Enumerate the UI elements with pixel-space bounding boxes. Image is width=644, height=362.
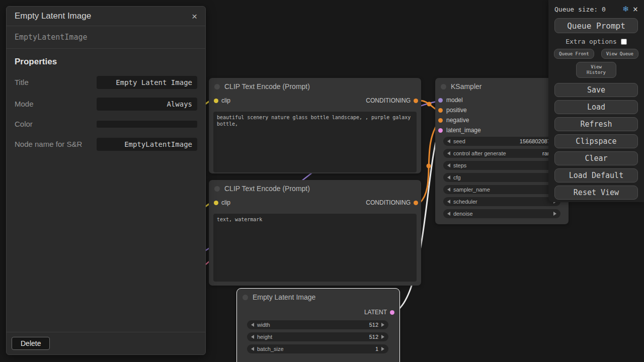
node-title-bar[interactable]: CLIP Text Encode (Prompt) <box>209 180 421 197</box>
decrement-arrow-icon[interactable] <box>447 200 450 204</box>
widget-label: width <box>257 322 270 328</box>
widget-value: 512 <box>369 322 378 328</box>
decrement-arrow-icon[interactable] <box>447 163 450 167</box>
batch-size-widget[interactable]: batch_size 1 <box>247 344 388 353</box>
queue-front-button[interactable]: Queue Front <box>554 49 594 59</box>
reset-view-button[interactable]: Reset View <box>554 186 638 200</box>
control-after-generate-widget[interactable]: control after generate ran <box>443 149 560 158</box>
view-history-button[interactable]: View History <box>576 62 616 78</box>
save-button[interactable]: Save <box>554 83 638 97</box>
decrement-arrow-icon[interactable] <box>447 212 450 216</box>
latent-image-input-label: latent_image <box>446 127 481 134</box>
widget-label: seed <box>453 138 465 144</box>
latent-image-input-port[interactable] <box>438 128 443 133</box>
refresh-button[interactable]: Refresh <box>554 117 638 131</box>
node-clip-text-encode-positive[interactable]: CLIP Text Encode (Prompt) clip CONDITION… <box>209 78 421 173</box>
extra-options-checkbox[interactable] <box>621 39 627 45</box>
widget-label: scheduler <box>453 199 477 205</box>
decrement-arrow-icon[interactable] <box>447 139 450 143</box>
model-input-label: model <box>446 97 463 104</box>
clip-input-port[interactable] <box>214 201 218 205</box>
widget-label: steps <box>453 162 466 168</box>
queue-prompt-button[interactable]: Queue Prompt <box>554 18 638 33</box>
decrement-arrow-icon[interactable] <box>251 323 254 327</box>
decrement-arrow-icon[interactable] <box>251 335 254 339</box>
widget-label: denoise <box>453 211 473 217</box>
height-widget[interactable]: height 512 <box>247 332 388 341</box>
delete-button[interactable]: Delete <box>12 337 50 350</box>
increment-arrow-icon[interactable] <box>381 347 384 351</box>
prompt-textarea[interactable]: beautiful scenery nature glass bottle la… <box>213 112 417 172</box>
steps-widget[interactable]: steps <box>443 161 560 170</box>
link-midpoint-dot <box>427 102 432 107</box>
color-field-label: Color <box>15 119 94 129</box>
widget-value: 512 <box>369 334 378 340</box>
clip-input-label: clip <box>221 199 230 206</box>
scheduler-widget[interactable]: scheduler <box>443 197 560 206</box>
close-icon[interactable]: × <box>192 12 197 21</box>
conditioning-output-port[interactable] <box>414 99 418 103</box>
node-empty-latent-image[interactable]: Empty Latent Image LATENT width 512 heig… <box>236 288 400 362</box>
snowflake-icon[interactable]: ❄ <box>622 5 629 14</box>
positive-input-port[interactable] <box>438 108 443 113</box>
node-clip-text-encode-negative[interactable]: CLIP Text Encode (Prompt) clip CONDITION… <box>209 180 421 286</box>
seed-widget[interactable]: seed 1566802087 <box>443 137 560 146</box>
denoise-widget[interactable]: denoise <box>443 209 560 218</box>
node-title: KSampler <box>451 82 481 90</box>
collapse-dot-icon[interactable] <box>214 186 220 192</box>
view-queue-button[interactable]: View Queue <box>601 49 638 59</box>
cfg-widget[interactable]: cfg <box>443 173 560 182</box>
node-title: CLIP Text Encode (Prompt) <box>224 82 310 90</box>
link-midpoint-dot <box>427 164 431 168</box>
increment-arrow-icon[interactable] <box>381 323 384 327</box>
title-field[interactable] <box>97 76 197 89</box>
node-class-name: EmptyLatentImage <box>7 26 205 49</box>
widget-label: control after generate <box>453 150 506 156</box>
latent-output-port[interactable] <box>390 310 394 315</box>
node-title-bar[interactable]: CLIP Text Encode (Prompt) <box>209 78 421 95</box>
widget-label: sampler_name <box>453 187 490 193</box>
sampler-name-widget[interactable]: sampler_name <box>443 185 560 194</box>
latent-output-label: LATENT <box>364 309 387 316</box>
conditioning-output-port[interactable] <box>414 201 418 205</box>
increment-arrow-icon[interactable] <box>381 335 384 339</box>
width-widget[interactable]: width 512 <box>247 320 388 329</box>
load-button[interactable]: Load <box>554 100 638 114</box>
model-input-port[interactable] <box>438 98 443 103</box>
prompt-textarea[interactable]: text, watermark <box>213 214 417 282</box>
node-name-field[interactable] <box>97 138 197 151</box>
node-name-field-label: Node name for S&R <box>15 139 94 149</box>
increment-arrow-icon[interactable] <box>553 212 556 216</box>
widget-value: 1 <box>375 346 378 352</box>
node-title: Empty Latent Image <box>253 293 315 301</box>
node-title-bar[interactable]: Empty Latent Image <box>237 289 399 306</box>
decrement-arrow-icon[interactable] <box>251 347 254 351</box>
close-icon[interactable]: × <box>633 4 638 14</box>
collapse-dot-icon[interactable] <box>441 84 446 89</box>
color-field[interactable] <box>97 121 197 128</box>
decrement-arrow-icon[interactable] <box>447 175 450 179</box>
collapse-dot-icon[interactable] <box>214 84 220 89</box>
negative-input-port[interactable] <box>438 118 443 123</box>
node-properties-dialog: Empty Latent Image × EmptyLatentImage Pr… <box>6 6 206 355</box>
dialog-title: Empty Latent Image <box>15 11 91 21</box>
clear-button[interactable]: Clear <box>554 151 638 165</box>
node-title: CLIP Text Encode (Prompt) <box>224 185 310 193</box>
clipspace-button[interactable]: Clipspace <box>554 134 638 148</box>
conditioning-output-label: CONDITIONING <box>366 97 411 104</box>
mode-field[interactable] <box>97 98 197 111</box>
widget-label: batch_size <box>257 346 284 352</box>
widget-label: cfg <box>453 174 461 180</box>
widget-label: height <box>257 334 272 340</box>
decrement-arrow-icon[interactable] <box>447 151 450 155</box>
mode-field-label: Mode <box>15 99 94 109</box>
collapse-dot-icon[interactable] <box>243 295 248 300</box>
clip-input-port[interactable] <box>214 99 218 103</box>
widget-value: 1566802087 <box>520 138 550 144</box>
decrement-arrow-icon[interactable] <box>447 188 450 192</box>
clip-input-label: clip <box>221 97 230 104</box>
properties-heading: Properties <box>15 57 197 67</box>
title-field-label: Title <box>15 77 94 87</box>
load-default-button[interactable]: Load Default <box>554 168 638 183</box>
queue-size-label: Queue size: 0 <box>554 6 606 13</box>
